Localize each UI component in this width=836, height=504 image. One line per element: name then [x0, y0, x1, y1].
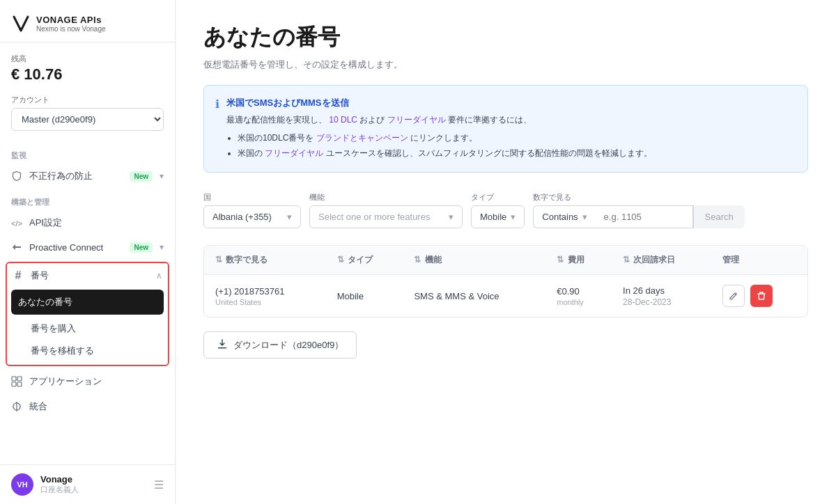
country-filter-label: 国: [203, 192, 301, 203]
account-select[interactable]: Master (d290e0f9): [11, 108, 164, 131]
sidebar-item-proactive-connect[interactable]: Proactive Connect New ▾: [0, 235, 175, 259]
banner-header: ℹ 米国でSMSおよびMMSを送信 最適な配信性能を実現し、 10 DLC およ…: [215, 97, 796, 161]
numbers-label: 番号: [31, 269, 149, 282]
contains-value: Contains: [542, 212, 578, 222]
api-icon: </>: [11, 217, 22, 228]
sidebar: VONAGE APIs Nexmo is now Vonage 残高 € 10.…: [0, 0, 176, 504]
shield-icon: [11, 171, 22, 182]
numbers-section: # 番号 ∧ あなたの番号 番号を購入 番号を移植する: [6, 262, 169, 366]
sidebar-item-applications[interactable]: アプリケーション: [0, 369, 175, 394]
col-manage: 管理: [711, 246, 807, 275]
api-settings-label: API設定: [29, 216, 164, 229]
page-subtitle: 仮想電話番号を管理し、その設定を構成します。: [203, 58, 808, 71]
banner-bullet-2: 米国の フリーダイヤル ユースケースを確認し、スパムフィルタリングに関する配信性…: [238, 146, 796, 162]
feature-select[interactable]: Select one or more features ▾: [309, 205, 463, 228]
cell-cost: €0.90 monthly: [545, 275, 612, 317]
integrations-icon: [11, 401, 22, 412]
integrations-label: 統合: [29, 400, 164, 413]
banner-suffix-text: 要件に準拠するには、: [448, 115, 532, 125]
proactive-label: Proactive Connect: [29, 242, 123, 253]
table-header-row: ⇅ 数字で見る ⇅ タイプ ⇅ 機能 ⇅ 費用: [204, 246, 807, 275]
sort-feature-icon: ⇅: [414, 255, 421, 265]
banner-link-tollfree-2[interactable]: フリーダイヤル: [265, 148, 323, 158]
cell-manage: [711, 275, 807, 317]
svg-rect-4: [17, 382, 22, 386]
sidebar-item-api-settings[interactable]: </> API設定: [0, 210, 175, 235]
buy-numbers-nav-item[interactable]: 番号を購入: [7, 317, 168, 340]
your-numbers-nav-item[interactable]: あなたの番号: [11, 290, 164, 315]
filter-row: 国 Albania (+355) ▾ 機能 Select one or more…: [203, 192, 808, 228]
col-type: ⇅ タイプ: [326, 246, 403, 275]
banner-link-10dlc[interactable]: 10 DLC: [329, 115, 357, 125]
numbers-header[interactable]: # 番号 ∧: [7, 263, 168, 288]
feature-select-value: Select one or more features: [318, 212, 430, 222]
balance-amount: € 10.76: [11, 65, 164, 84]
search-button[interactable]: Search: [693, 205, 745, 228]
logo-row: VONAGE APIs Nexmo is now Vonage: [11, 14, 164, 33]
monitor-section-label: 監視: [0, 142, 175, 164]
number-filter-group: 数字で見る Contains ▾ Search: [533, 192, 745, 228]
table-row: (+1) 2018753761 United States Mobile SMS…: [204, 275, 807, 317]
info-icon: ℹ: [215, 97, 219, 111]
transfer-numbers-nav-item[interactable]: 番号を移植する: [7, 340, 168, 362]
logo-text: VONAGE APIs Nexmo is now Vonage: [36, 15, 106, 33]
download-button[interactable]: ダウンロード（d290e0f9）: [203, 331, 357, 359]
sort-number-icon: ⇅: [215, 255, 222, 265]
apps-icon: [11, 376, 22, 387]
action-cell: [722, 285, 796, 307]
number-filter-row: Contains ▾ Search: [533, 205, 745, 228]
banner-bullet-1: 米国の10DLC番号を ブランドとキャンペーン にリンクします。: [238, 131, 796, 146]
table-header: ⇅ 数字で見る ⇅ タイプ ⇅ 機能 ⇅ 費用: [204, 246, 807, 275]
hash-icon: #: [13, 270, 24, 281]
fraud-chevron-icon: ▾: [160, 171, 164, 181]
balance-section: 残高 € 10.76: [0, 42, 175, 89]
country-chevron-icon: ▾: [287, 212, 292, 222]
svg-rect-6: [218, 347, 226, 349]
number-search-input[interactable]: [596, 205, 693, 228]
banner-link-brand[interactable]: ブランドとキャンペーン: [316, 133, 408, 143]
hamburger-icon[interactable]: ☰: [154, 478, 164, 491]
type-filter-group: タイプ Mobile ▾: [471, 192, 525, 228]
footer-user: Vonage 口座名義人: [40, 474, 147, 495]
number-filter-label: 数字で見る: [533, 192, 745, 203]
vonage-logo-icon: [11, 14, 31, 33]
delete-button[interactable]: [750, 285, 773, 307]
banner-intro-text: 最適な配信性能を実現し、: [226, 115, 327, 125]
svg-rect-1: [12, 377, 16, 381]
table-body: (+1) 2018753761 United States Mobile SMS…: [204, 275, 807, 317]
svg-rect-2: [17, 377, 22, 381]
country-select-value: Albania (+355): [212, 212, 272, 222]
banner-link-tollfree[interactable]: フリーダイヤル: [387, 115, 446, 125]
banner-title: 米国でSMSおよびMMSを送信: [226, 97, 796, 109]
account-section: アカウント Master (d290e0f9): [0, 89, 175, 142]
banner-intro: 最適な配信性能を実現し、 10 DLC および フリーダイヤル 要件に準拠するに…: [226, 113, 796, 161]
download-icon: [217, 338, 228, 352]
download-label: ダウンロード（d290e0f9）: [233, 339, 343, 352]
sidebar-item-integrations[interactable]: 統合: [0, 394, 175, 419]
col-renewal: ⇅ 次回請求日: [612, 246, 711, 275]
logo-subtitle: Nexmo is now Vonage: [36, 25, 106, 33]
type-filter-label: タイプ: [471, 192, 525, 203]
balance-label: 残高: [11, 54, 164, 64]
sort-type-icon: ⇅: [337, 255, 344, 265]
edit-button[interactable]: [722, 285, 745, 307]
numbers-table-container: ⇅ 数字で見る ⇅ タイプ ⇅ 機能 ⇅ 費用: [203, 245, 808, 317]
account-label: アカウント: [11, 95, 164, 105]
type-chevron-icon: ▾: [511, 212, 516, 222]
banner-list: 米国の10DLC番号を ブランドとキャンペーン にリンクします。 米国の フリー…: [238, 131, 796, 161]
cell-type: Mobile: [326, 275, 403, 317]
svg-text:</>: </>: [11, 219, 22, 228]
proactive-badge: New: [130, 242, 153, 253]
page-title: あなたの番号: [203, 22, 808, 53]
contains-select[interactable]: Contains ▾: [533, 205, 595, 228]
col-feature: ⇅ 機能: [403, 246, 545, 275]
sidebar-footer: VH Vonage 口座名義人 ☰: [0, 464, 175, 504]
type-select[interactable]: Mobile ▾: [471, 205, 525, 228]
country-select[interactable]: Albania (+355) ▾: [203, 205, 301, 228]
col-number: ⇅ 数字で見る: [204, 246, 326, 275]
feature-filter-label: 機能: [309, 192, 463, 203]
sidebar-item-fraud[interactable]: 不正行為の防止 New ▾: [0, 164, 175, 189]
fraud-badge: New: [130, 171, 153, 182]
country-filter-group: 国 Albania (+355) ▾: [203, 192, 301, 228]
user-avatar: VH: [11, 473, 33, 496]
